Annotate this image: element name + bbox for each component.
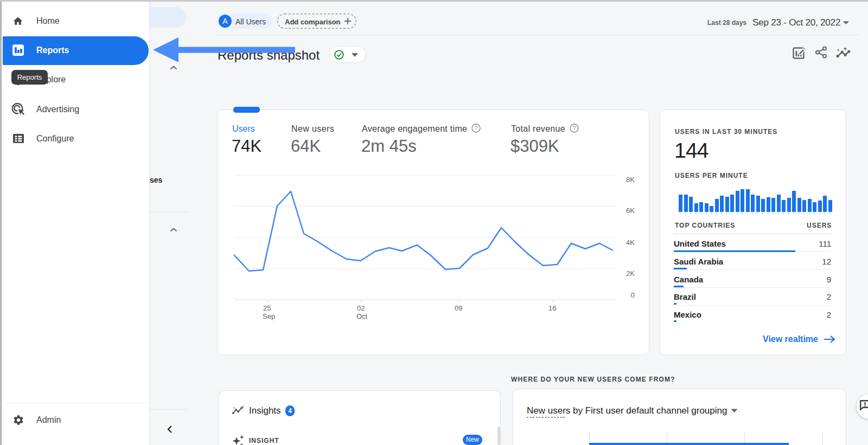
svg-text:16: 16 (548, 304, 556, 312)
svg-text:Oct: Oct (356, 312, 368, 320)
svg-text:02: 02 (357, 304, 365, 312)
svg-text:8K: 8K (626, 176, 635, 184)
svg-text:09: 09 (455, 304, 462, 312)
svg-text:25: 25 (263, 304, 271, 312)
svg-text:4K: 4K (626, 238, 635, 247)
svg-text:2K: 2K (626, 269, 635, 278)
svg-text:0: 0 (631, 291, 635, 299)
svg-text:6K: 6K (626, 207, 635, 215)
svg-text:Sep: Sep (263, 312, 275, 320)
